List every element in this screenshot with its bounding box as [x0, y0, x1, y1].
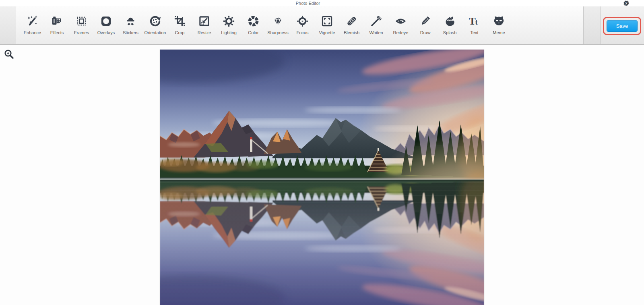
tool-enhance[interactable]: Enhance: [20, 6, 45, 35]
tool-label: Color: [248, 30, 258, 35]
bandage-icon: [345, 15, 358, 27]
tool-stickers[interactable]: Stickers: [118, 6, 143, 35]
tool-vignette[interactable]: Vignette: [315, 6, 339, 35]
text-Tt-icon: T t: [468, 15, 481, 27]
tool-label: Enhance: [24, 30, 41, 35]
film-roll-icon: [51, 15, 63, 27]
tool-resize[interactable]: Resize: [192, 6, 217, 35]
tool-label: Focus: [297, 30, 309, 35]
tool-label: Draw: [420, 30, 431, 35]
svg-text:T: T: [469, 16, 476, 27]
save-button[interactable]: Save: [607, 20, 638, 32]
toolbar: Enhance Effects FramesOverlays Stickers …: [0, 6, 644, 45]
tool-label: Redeye: [393, 30, 409, 35]
tool-blemish[interactable]: Blemish: [339, 6, 364, 35]
tool-splash[interactable]: Splash: [438, 6, 462, 35]
color-wheel-icon: [247, 15, 260, 27]
target-icon: [296, 15, 309, 27]
hat-mustache-icon: [124, 15, 137, 27]
editor-canvas: [0, 45, 644, 305]
save-area: Save: [601, 6, 644, 44]
tool-label: Splash: [443, 30, 457, 35]
tool-label: Meme: [493, 30, 505, 35]
tool-focus[interactable]: Focus: [290, 6, 315, 35]
pencil-icon: [419, 15, 431, 27]
cat-face-icon: [493, 15, 505, 27]
tool-sharpness[interactable]: Sharpness: [266, 6, 290, 35]
titlebar: Photo Editor x: [0, 0, 644, 6]
tool-label: Whiten: [369, 30, 383, 35]
tool-lighting[interactable]: Lighting: [217, 6, 241, 35]
tool-label: Lighting: [221, 30, 237, 35]
sun-icon: [223, 15, 235, 27]
tool-color[interactable]: Color: [241, 6, 266, 35]
tool-effects[interactable]: Effects: [45, 6, 69, 35]
tool-label: Crop: [175, 30, 185, 35]
tool-label: Stickers: [123, 30, 138, 35]
toolbar-midgap: [584, 6, 601, 44]
svg-text:t: t: [475, 18, 478, 26]
paint-splash-icon: [444, 15, 456, 27]
tool-label: Frames: [74, 30, 89, 35]
rotate-arrow-icon: [149, 15, 161, 27]
magic-wand-icon: [26, 15, 39, 27]
toothbrush-icon: [370, 15, 382, 27]
mountain-lake-photo: [160, 50, 484, 305]
eye-icon: [394, 15, 407, 27]
tool-draw[interactable]: Draw: [413, 6, 438, 35]
tool-label: Overlays: [97, 30, 115, 35]
tool-text[interactable]: T tText: [462, 6, 487, 35]
tool-label: Blemish: [344, 30, 359, 35]
tool-overlays[interactable]: Overlays: [94, 6, 118, 35]
photo-canvas: [160, 50, 484, 305]
tool-frames[interactable]: Frames: [69, 6, 94, 35]
tool-crop[interactable]: Crop: [167, 6, 192, 35]
vignette-corners-icon: [321, 15, 333, 27]
tool-orientation[interactable]: Orientation: [143, 6, 167, 35]
stamp-frame-icon: [75, 15, 88, 27]
toolbar-left-pad: [0, 6, 16, 44]
tool-label: Sharpness: [267, 30, 289, 35]
tool-meme[interactable]: Meme: [487, 6, 511, 35]
window-title: Photo Editor: [0, 0, 616, 6]
tool-redeye[interactable]: Redeye: [388, 6, 413, 35]
zoom-in-icon[interactable]: [4, 49, 15, 60]
diamond-icon: [272, 15, 284, 27]
tool-label: Text: [470, 30, 478, 35]
crop-icon: [173, 15, 186, 27]
tool-label: Effects: [50, 30, 64, 35]
tool-label: Resize: [198, 30, 211, 35]
tools-strip: Enhance Effects FramesOverlays Stickers …: [16, 6, 583, 44]
rounded-square-circle-icon: [100, 15, 112, 27]
tool-label: Vignette: [319, 30, 335, 35]
tool-whiten[interactable]: Whiten: [364, 6, 388, 35]
resize-arrow-icon: [198, 15, 211, 27]
close-icon[interactable]: x: [623, 0, 629, 6]
tool-label: Orientation: [144, 30, 166, 35]
save-button-highlight-annotation: Save: [603, 17, 641, 35]
